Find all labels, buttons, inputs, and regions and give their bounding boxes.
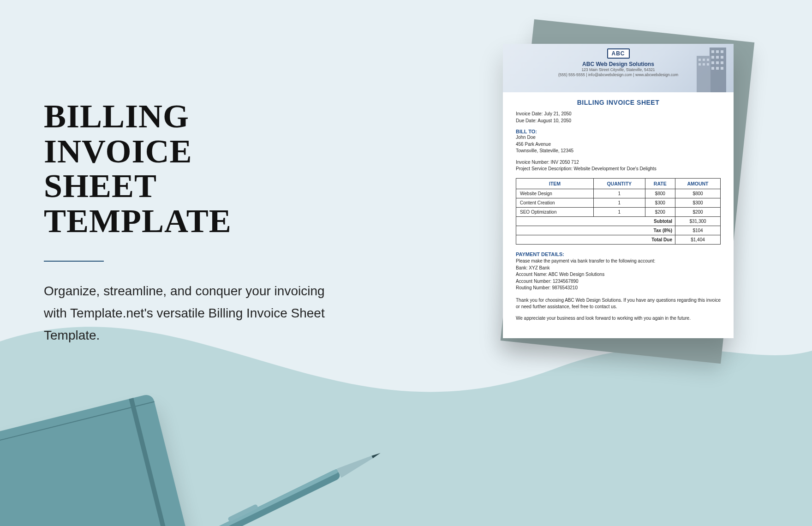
table-row: Content Creation 1 $300 $300 (516, 198, 721, 207)
cell-item: Website Design (516, 189, 594, 198)
svg-rect-8 (711, 50, 714, 53)
account-number: 1234567890 (553, 279, 579, 284)
headline-block: BILLING INVOICE SHEET TEMPLATE Organize,… (44, 99, 339, 346)
svg-rect-18 (716, 67, 719, 70)
routing-number: 9876543210 (552, 285, 578, 290)
project-description: Website Development for Doe's Delights (574, 166, 657, 171)
invoice-number: INV 2050 712 (551, 160, 579, 165)
invoice-number-label: Invoice Number: (516, 160, 549, 165)
pen-prop (151, 418, 407, 526)
cell-qty: 1 (594, 207, 645, 216)
payment-details: PAYMENT DETAILS: Please make the payment… (516, 251, 721, 292)
svg-rect-16 (721, 61, 723, 64)
subtotal-value: $31,300 (675, 216, 721, 226)
page-title: BILLING INVOICE SHEET TEMPLATE (44, 99, 339, 239)
cell-amount: $200 (675, 207, 721, 216)
routing-label: Routing Number: (516, 285, 551, 290)
invoice-body: BILLING INVOICE SHEET Invoice Date: July… (503, 92, 734, 322)
invoice-date-label: Invoice Date: (516, 111, 543, 116)
document-preview: ABC ABC Web Design Solutions 123 Main St… (503, 35, 738, 376)
notebook-prop (0, 393, 192, 526)
col-item: ITEM (516, 178, 594, 189)
table-header-row: ITEM QUANTITY RATE AMOUNT (516, 178, 721, 189)
svg-rect-22 (707, 59, 709, 61)
cell-amount: $300 (675, 198, 721, 207)
svg-rect-13 (721, 56, 723, 59)
svg-marker-3 (371, 452, 381, 458)
total-row: Total Due $1,404 (516, 235, 721, 244)
svg-marker-2 (337, 450, 379, 478)
subtotal-row: Subtotal $31,300 (516, 216, 721, 226)
col-quantity: QUANTITY (594, 178, 645, 189)
svg-rect-7 (697, 56, 710, 92)
description-text: Organize, streamline, and conquer your i… (44, 280, 330, 346)
total-value: $1,404 (675, 235, 721, 244)
promo-stage: BILLING INVOICE SHEET TEMPLATE Organize,… (0, 0, 812, 526)
col-rate: RATE (645, 178, 675, 189)
svg-rect-15 (716, 61, 719, 64)
subtotal-label: Subtotal (516, 216, 675, 226)
invoice-dates: Invoice Date: July 21, 2050 Due Date: Au… (516, 111, 721, 124)
bill-to-label: BILL TO: (516, 129, 721, 134)
title-divider (44, 261, 104, 262)
bill-to-city: Townsville, Stateville, 12345 (516, 148, 573, 153)
due-date: August 10, 2050 (537, 118, 571, 123)
col-amount: AMOUNT (675, 178, 721, 189)
thanks-line-2: We appreciate your business and look for… (516, 315, 721, 322)
invoice-date: July 21, 2050 (544, 111, 572, 116)
notebook-band (129, 398, 173, 526)
title-line-1: BILLING INVOICE (44, 98, 192, 170)
due-date-label: Due Date: (516, 118, 537, 123)
svg-rect-11 (711, 56, 714, 59)
project-label: Project Service Description: (516, 166, 573, 171)
cell-qty: 1 (594, 198, 645, 207)
invoice-sheet: ABC ABC Web Design Solutions 123 Main St… (503, 44, 734, 338)
total-label: Total Due (516, 235, 675, 244)
tax-row: Tax (8%) $104 (516, 226, 721, 235)
svg-rect-17 (711, 67, 714, 70)
line-items-table: ITEM QUANTITY RATE AMOUNT Website Design… (516, 178, 721, 245)
tax-label: Tax (8%) (516, 226, 675, 235)
table-row: Website Design 1 $800 $800 (516, 189, 721, 198)
svg-rect-12 (716, 56, 719, 59)
svg-rect-10 (721, 50, 723, 53)
cell-item: Content Creation (516, 198, 594, 207)
bill-to-block: John Doe 456 Park Avenue Townsville, Sta… (516, 134, 721, 155)
svg-rect-0 (191, 469, 341, 526)
svg-rect-23 (699, 63, 701, 66)
bank-name: XYZ Bank (529, 265, 549, 270)
payment-label: PAYMENT DETAILS: (516, 251, 721, 258)
svg-rect-24 (703, 63, 705, 66)
table-row: SEO Optimization 1 $200 $200 (516, 207, 721, 216)
building-graphic (678, 44, 734, 92)
cell-item: SEO Optimization (516, 207, 594, 216)
company-logo: ABC (607, 48, 630, 59)
cell-rate: $300 (645, 198, 675, 207)
svg-rect-19 (721, 67, 723, 70)
cell-qty: 1 (594, 189, 645, 198)
closing-text: Thank you for choosing ABC Web Design So… (516, 297, 721, 322)
invoice-title: BILLING INVOICE SHEET (516, 99, 721, 106)
tax-value: $104 (675, 226, 721, 235)
svg-rect-21 (703, 59, 705, 61)
cell-amount: $800 (675, 189, 721, 198)
invoice-reference: Invoice Number: INV 2050 712 Project Ser… (516, 159, 721, 173)
account-name: ABC Web Design Solutions (549, 272, 605, 277)
cell-rate: $800 (645, 189, 675, 198)
svg-rect-20 (699, 59, 701, 61)
svg-rect-9 (716, 50, 719, 53)
cell-rate: $200 (645, 207, 675, 216)
bill-to-name: John Doe (516, 135, 536, 140)
bill-to-street: 456 Park Avenue (516, 142, 551, 147)
bank-label: Bank: (516, 265, 528, 270)
invoice-header: ABC ABC Web Design Solutions 123 Main St… (503, 44, 734, 92)
svg-rect-1 (191, 469, 339, 526)
svg-rect-5 (227, 504, 258, 522)
account-number-label: Account Number: (516, 279, 551, 284)
svg-rect-14 (711, 61, 714, 64)
payment-intro: Please make the payment via bank transfe… (516, 258, 721, 265)
title-line-2: SHEET TEMPLATE (44, 167, 232, 239)
account-name-label: Account Name: (516, 272, 547, 277)
svg-rect-25 (707, 63, 709, 66)
thanks-line-1: Thank you for choosing ABC Web Design So… (516, 297, 721, 311)
